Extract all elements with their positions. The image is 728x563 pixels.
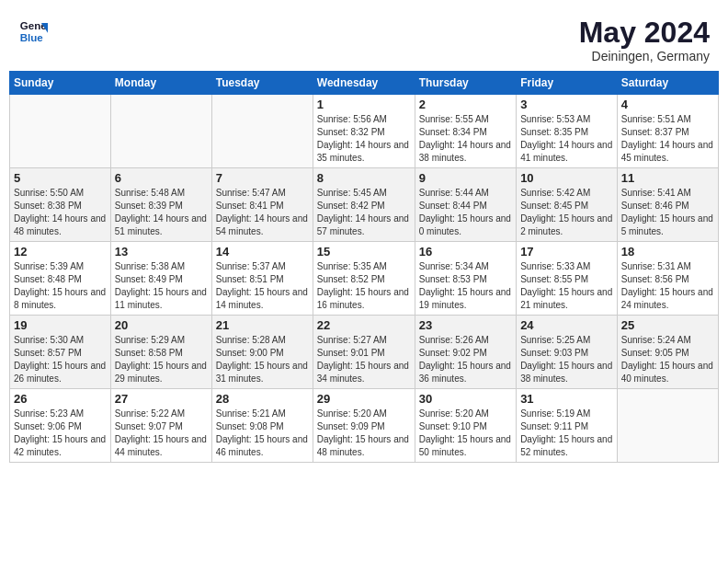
logo: General Blue	[18, 17, 48, 46]
weekday-header-monday: Monday	[110, 72, 211, 95]
day-info: Sunrise: 5:29 AMSunset: 8:58 PMDaylight:…	[115, 334, 208, 385]
day-info: Sunrise: 5:51 AMSunset: 8:37 PMDaylight:…	[621, 113, 714, 165]
day-number: 19	[14, 318, 107, 332]
calendar-day-cell: 5Sunrise: 5:50 AMSunset: 8:38 PMDaylight…	[10, 168, 111, 242]
day-number: 9	[419, 171, 512, 185]
calendar-day-cell: 22Sunrise: 5:27 AMSunset: 9:01 PMDayligh…	[313, 316, 415, 389]
calendar-day-cell: 16Sunrise: 5:34 AMSunset: 8:53 PMDayligh…	[415, 242, 516, 316]
day-number: 10	[520, 171, 613, 185]
day-number: 25	[621, 318, 714, 332]
day-info: Sunrise: 5:50 AMSunset: 8:38 PMDaylight:…	[14, 187, 107, 238]
weekday-header-wednesday: Wednesday	[313, 72, 415, 95]
calendar-day-cell: 10Sunrise: 5:42 AMSunset: 8:45 PMDayligh…	[517, 168, 618, 242]
calendar-day-cell: 17Sunrise: 5:33 AMSunset: 8:55 PMDayligh…	[517, 242, 618, 316]
day-info: Sunrise: 5:23 AMSunset: 9:06 PMDaylight:…	[14, 408, 107, 459]
day-number: 4	[621, 98, 714, 111]
day-info: Sunrise: 5:44 AMSunset: 8:44 PMDaylight:…	[419, 187, 512, 238]
calendar-day-cell: 9Sunrise: 5:44 AMSunset: 8:44 PMDaylight…	[415, 168, 516, 242]
calendar-day-cell: 28Sunrise: 5:21 AMSunset: 9:08 PMDayligh…	[211, 389, 313, 463]
day-info: Sunrise: 5:20 AMSunset: 9:10 PMDaylight:…	[419, 408, 512, 459]
day-number: 30	[419, 392, 512, 406]
calendar-day-cell: 8Sunrise: 5:45 AMSunset: 8:42 PMDaylight…	[313, 168, 415, 242]
weekday-header-saturday: Saturday	[617, 72, 718, 95]
day-number: 12	[14, 245, 107, 259]
weekday-header-sunday: Sunday	[10, 72, 111, 95]
day-info: Sunrise: 5:26 AMSunset: 9:02 PMDaylight:…	[419, 334, 512, 385]
calendar-day-cell	[10, 95, 111, 168]
day-number: 29	[317, 392, 411, 406]
day-number: 26	[14, 392, 107, 406]
calendar-day-cell: 21Sunrise: 5:28 AMSunset: 9:00 PMDayligh…	[211, 316, 313, 389]
day-info: Sunrise: 5:42 AMSunset: 8:45 PMDaylight:…	[520, 187, 613, 238]
calendar-day-cell: 12Sunrise: 5:39 AMSunset: 8:48 PMDayligh…	[10, 242, 111, 316]
day-info: Sunrise: 5:33 AMSunset: 8:55 PMDaylight:…	[520, 260, 613, 312]
day-number: 28	[216, 392, 309, 406]
day-number: 17	[520, 245, 613, 259]
day-info: Sunrise: 5:37 AMSunset: 8:51 PMDaylight:…	[216, 260, 309, 312]
day-number: 18	[621, 245, 714, 259]
day-number: 15	[317, 245, 411, 259]
day-number: 7	[216, 171, 309, 185]
calendar-day-cell: 27Sunrise: 5:22 AMSunset: 9:07 PMDayligh…	[110, 389, 211, 463]
calendar-day-cell: 6Sunrise: 5:48 AMSunset: 8:39 PMDaylight…	[110, 168, 211, 242]
month-title: May 2024	[579, 17, 710, 49]
day-info: Sunrise: 5:28 AMSunset: 9:00 PMDaylight:…	[216, 334, 309, 385]
day-info: Sunrise: 5:31 AMSunset: 8:56 PMDaylight:…	[621, 260, 714, 312]
day-number: 27	[115, 392, 208, 406]
day-info: Sunrise: 5:41 AMSunset: 8:46 PMDaylight:…	[621, 187, 714, 238]
calendar-day-cell: 11Sunrise: 5:41 AMSunset: 8:46 PMDayligh…	[617, 168, 718, 242]
day-info: Sunrise: 5:55 AMSunset: 8:34 PMDaylight:…	[419, 113, 512, 165]
title-block: May 2024 Deiningen, Germany	[579, 17, 710, 63]
day-number: 11	[621, 171, 714, 185]
calendar-day-cell	[211, 95, 313, 168]
day-info: Sunrise: 5:53 AMSunset: 8:35 PMDaylight:…	[520, 113, 613, 165]
calendar-day-cell: 15Sunrise: 5:35 AMSunset: 8:52 PMDayligh…	[313, 242, 415, 316]
calendar-day-cell: 18Sunrise: 5:31 AMSunset: 8:56 PMDayligh…	[617, 242, 718, 316]
weekday-header-row: SundayMondayTuesdayWednesdayThursdayFrid…	[10, 72, 719, 95]
day-number: 6	[115, 171, 208, 185]
day-info: Sunrise: 5:25 AMSunset: 9:03 PMDaylight:…	[520, 334, 613, 385]
day-info: Sunrise: 5:56 AMSunset: 8:32 PMDaylight:…	[317, 113, 411, 165]
calendar-day-cell: 13Sunrise: 5:38 AMSunset: 8:49 PMDayligh…	[110, 242, 211, 316]
day-info: Sunrise: 5:35 AMSunset: 8:52 PMDaylight:…	[317, 260, 411, 312]
day-number: 22	[317, 318, 411, 332]
calendar-week-3: 12Sunrise: 5:39 AMSunset: 8:48 PMDayligh…	[10, 242, 719, 316]
weekday-header-friday: Friday	[517, 72, 618, 95]
calendar-day-cell	[110, 95, 211, 168]
day-number: 2	[419, 98, 512, 111]
calendar-week-2: 5Sunrise: 5:50 AMSunset: 8:38 PMDaylight…	[10, 168, 719, 242]
calendar-table: SundayMondayTuesdayWednesdayThursdayFrid…	[9, 71, 719, 463]
day-info: Sunrise: 5:24 AMSunset: 9:05 PMDaylight:…	[621, 334, 714, 385]
calendar-day-cell: 25Sunrise: 5:24 AMSunset: 9:05 PMDayligh…	[617, 316, 718, 389]
weekday-header-tuesday: Tuesday	[211, 72, 313, 95]
day-info: Sunrise: 5:19 AMSunset: 9:11 PMDaylight:…	[520, 408, 613, 459]
day-number: 1	[317, 98, 411, 111]
day-number: 16	[419, 245, 512, 259]
day-info: Sunrise: 5:34 AMSunset: 8:53 PMDaylight:…	[419, 260, 512, 312]
calendar-day-cell: 7Sunrise: 5:47 AMSunset: 8:41 PMDaylight…	[211, 168, 313, 242]
logo-icon: General Blue	[18, 17, 48, 46]
calendar-day-cell: 3Sunrise: 5:53 AMSunset: 8:35 PMDaylight…	[517, 95, 618, 168]
location: Deiningen, Germany	[579, 49, 710, 63]
day-number: 14	[216, 245, 309, 259]
calendar-day-cell: 31Sunrise: 5:19 AMSunset: 9:11 PMDayligh…	[517, 389, 618, 463]
day-info: Sunrise: 5:38 AMSunset: 8:49 PMDaylight:…	[115, 260, 208, 312]
calendar-week-1: 1Sunrise: 5:56 AMSunset: 8:32 PMDaylight…	[10, 95, 719, 168]
calendar-day-cell: 26Sunrise: 5:23 AMSunset: 9:06 PMDayligh…	[10, 389, 111, 463]
day-number: 21	[216, 318, 309, 332]
svg-text:Blue: Blue	[20, 32, 44, 43]
calendar-day-cell: 4Sunrise: 5:51 AMSunset: 8:37 PMDaylight…	[617, 95, 718, 168]
day-info: Sunrise: 5:22 AMSunset: 9:07 PMDaylight:…	[115, 408, 208, 459]
day-number: 23	[419, 318, 512, 332]
calendar-day-cell: 19Sunrise: 5:30 AMSunset: 8:57 PMDayligh…	[10, 316, 111, 389]
calendar-week-4: 19Sunrise: 5:30 AMSunset: 8:57 PMDayligh…	[10, 316, 719, 389]
calendar-week-5: 26Sunrise: 5:23 AMSunset: 9:06 PMDayligh…	[10, 389, 719, 463]
calendar-day-cell: 2Sunrise: 5:55 AMSunset: 8:34 PMDaylight…	[415, 95, 516, 168]
calendar-day-cell	[617, 389, 718, 463]
day-number: 13	[115, 245, 208, 259]
page-header: General Blue May 2024 Deiningen, Germany	[9, 9, 719, 67]
day-info: Sunrise: 5:47 AMSunset: 8:41 PMDaylight:…	[216, 187, 309, 238]
weekday-header-thursday: Thursday	[415, 72, 516, 95]
day-number: 20	[115, 318, 208, 332]
calendar-day-cell: 1Sunrise: 5:56 AMSunset: 8:32 PMDaylight…	[313, 95, 415, 168]
